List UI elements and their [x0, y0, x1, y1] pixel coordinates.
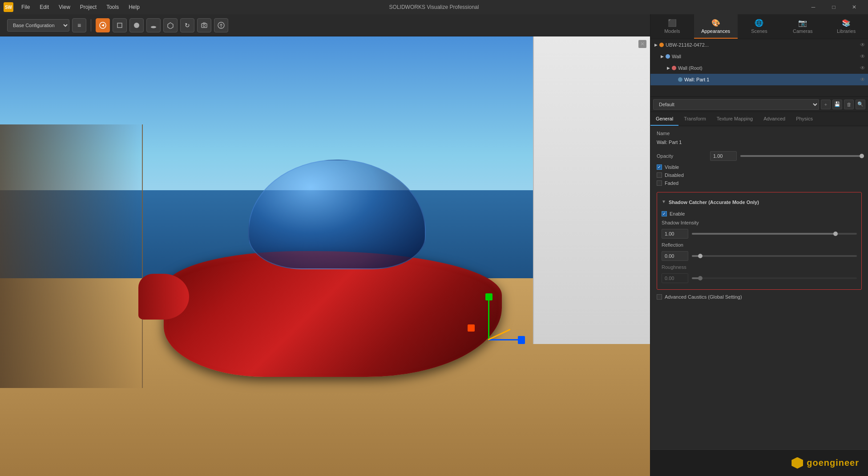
- window-controls: ─ □ ✕: [803, 0, 864, 14]
- shadow-intensity-label: Shadow Intensity: [662, 220, 715, 225]
- reflection-input[interactable]: [662, 251, 688, 261]
- tree-eye-wall-root[interactable]: 👁: [860, 65, 865, 71]
- toolbar-divider-1: [91, 19, 91, 32]
- scene-view: ✕: [0, 36, 650, 476]
- tree-arrow-ubw: ▶: [653, 43, 658, 47]
- tree-item-wall[interactable]: ▶ Wall 👁: [650, 51, 868, 62]
- tab-cameras[interactable]: 📷 Cameras: [781, 14, 824, 39]
- export-btn[interactable]: [214, 18, 228, 32]
- tab-scenes-label: Scenes: [751, 28, 767, 34]
- sub-tab-texture-mapping[interactable]: Texture Mapping: [711, 112, 758, 126]
- sub-tab-advanced[interactable]: Advanced: [758, 112, 791, 126]
- shaded-btn[interactable]: [129, 18, 144, 32]
- preset-dropdown[interactable]: Default: [653, 99, 819, 110]
- render-mode-btn[interactable]: [96, 18, 110, 32]
- name-value: Wall: Part 1: [657, 140, 682, 145]
- menu-project[interactable]: Project: [76, 2, 101, 12]
- app-icon: SW: [4, 2, 13, 12]
- toolbar: Base Configuration ≡ ↻: [0, 14, 650, 36]
- reflection-input-row: [662, 251, 857, 261]
- tab-libraries[interactable]: 📚 Libraries: [824, 14, 868, 39]
- disabled-checkbox[interactable]: [657, 172, 662, 178]
- disabled-label: Disabled: [665, 172, 684, 178]
- menu-edit[interactable]: Edit: [35, 2, 53, 12]
- opacity-slider-thumb[interactable]: [860, 154, 864, 158]
- viewport-close-btn[interactable]: ✕: [638, 40, 646, 48]
- visible-row: Visible: [657, 164, 862, 170]
- roughness-input[interactable]: [662, 273, 688, 283]
- save-preset-btn[interactable]: 💾: [832, 100, 842, 109]
- roughness-slider-track[interactable]: [692, 277, 857, 279]
- ground-btn[interactable]: [146, 18, 161, 32]
- svg-rect-1: [117, 23, 122, 28]
- camera-btn[interactable]: [197, 18, 211, 32]
- roughness-thumb[interactable]: [698, 276, 702, 280]
- cube-btn[interactable]: [163, 18, 178, 32]
- sub-tabs: General Transform Texture Mapping Advanc…: [650, 112, 868, 126]
- list-view-btn[interactable]: ≡: [72, 18, 86, 32]
- refresh-btn[interactable]: ↻: [180, 18, 194, 32]
- app-title: SOLIDWORKS Visualize Professional: [389, 4, 479, 10]
- faded-checkbox[interactable]: [657, 180, 662, 186]
- svg-point-3: [151, 26, 156, 28]
- visible-checkbox[interactable]: [657, 164, 662, 170]
- logo-icon: [791, 457, 803, 469]
- tree-item-wall-root[interactable]: ▶ Wall (Root) 👁: [650, 62, 868, 74]
- tab-appearances[interactable]: 🎨 Appearances: [694, 14, 738, 39]
- tree-arrow-wall-root: ▶: [666, 66, 671, 70]
- close-button[interactable]: ✕: [844, 0, 864, 14]
- advanced-caustics-row: Advanced Caustics (Global Setting): [657, 294, 862, 300]
- opacity-input[interactable]: [710, 151, 737, 161]
- tree-eye-ubw[interactable]: 👁: [860, 42, 865, 48]
- shadow-intensity-slider-track[interactable]: [692, 233, 857, 235]
- minimize-button[interactable]: ─: [803, 0, 824, 14]
- tree-item-ubw[interactable]: ▶ UBW-21162-0472... 👁: [650, 39, 868, 51]
- sub-tab-general[interactable]: General: [650, 112, 678, 126]
- svg-rect-5: [202, 24, 207, 28]
- axis-gizmo: [476, 308, 520, 353]
- config-select[interactable]: Base Configuration: [7, 19, 69, 32]
- tree-eye-wall-part1[interactable]: 👁: [860, 76, 865, 83]
- name-row: Name: [657, 131, 862, 136]
- menu-tools[interactable]: Tools: [102, 2, 123, 12]
- name-label: Name: [657, 131, 710, 136]
- menu-file[interactable]: File: [17, 2, 34, 12]
- tab-appearances-label: Appearances: [701, 28, 730, 34]
- sub-tab-transform[interactable]: Transform: [678, 112, 711, 126]
- tree-item-wall-part1[interactable]: Wall: Part 1 👁: [650, 74, 868, 85]
- search-preset-btn[interactable]: 🔍: [856, 100, 865, 109]
- axis-x: [488, 339, 521, 340]
- tree-eye-wall[interactable]: 👁: [860, 53, 865, 60]
- shadow-intensity-input-row: [662, 229, 857, 239]
- name-value-row: Wall: Part 1: [657, 140, 862, 145]
- advanced-caustics-checkbox[interactable]: [657, 294, 662, 300]
- tab-scenes[interactable]: 🌐 Scenes: [738, 14, 781, 39]
- enable-checkbox[interactable]: [662, 211, 667, 216]
- shadow-intensity-input[interactable]: [662, 229, 688, 239]
- opacity-slider-track[interactable]: [740, 155, 862, 157]
- shadow-catcher-title: Shadow Catcher (Accurate Mode Only): [669, 200, 759, 205]
- tab-models[interactable]: ⬛ Models: [650, 14, 694, 39]
- sub-tab-physics[interactable]: Physics: [791, 112, 818, 126]
- main-area: Base Configuration ≡ ↻: [0, 14, 868, 476]
- maximize-button[interactable]: □: [824, 0, 844, 14]
- axis-x-handle: [518, 336, 525, 344]
- shadow-intensity-thumb[interactable]: [833, 232, 838, 236]
- tree-dot-ubw: [659, 43, 664, 47]
- svg-marker-4: [168, 23, 173, 29]
- tab-cameras-label: Cameras: [793, 28, 813, 34]
- faded-label: Faded: [665, 180, 678, 186]
- logo-container: goengineer: [791, 457, 859, 469]
- reflection-section: Reflection: [662, 242, 857, 261]
- shadow-catcher-collapse[interactable]: ▼: [662, 199, 666, 204]
- reflection-thumb[interactable]: [698, 254, 702, 258]
- delete-preset-btn[interactable]: 🗑: [844, 100, 854, 109]
- title-bar: SW File Edit View Project Tools Help SOL…: [0, 0, 868, 14]
- menu-help[interactable]: Help: [124, 2, 144, 12]
- viewport[interactable]: ✕: [0, 36, 650, 476]
- add-preset-btn[interactable]: +: [821, 100, 831, 109]
- menu-view[interactable]: View: [54, 2, 75, 12]
- reflection-slider-track[interactable]: [692, 255, 857, 257]
- wireframe-btn[interactable]: [113, 18, 127, 32]
- dropdown-bar: Default + 💾 🗑 🔍: [650, 97, 868, 112]
